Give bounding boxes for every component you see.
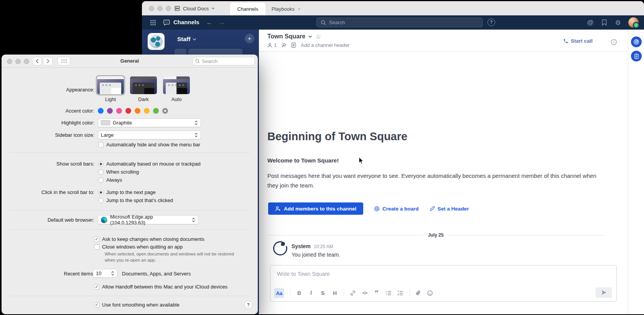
composer-placeholder[interactable]: Write to Town Square [277, 271, 330, 277]
sidebar-icon-size-popup[interactable]: Large [98, 131, 201, 139]
highlight-swatch [101, 120, 110, 125]
settings-gear-icon[interactable]: ⚙ [614, 15, 622, 30]
tab-playbooks[interactable]: Playbooks × [268, 3, 304, 15]
close-window-button[interactable] [149, 6, 154, 11]
auto-theme-thumbnail[interactable] [163, 76, 190, 94]
product-title: Channels [173, 19, 199, 25]
italic-icon[interactable]: I [308, 290, 314, 296]
search-icon [195, 59, 200, 63]
tab-channels[interactable]: Channels [230, 3, 265, 15]
recent-items-popup[interactable]: 10 [93, 269, 117, 278]
pinned-posts-icon[interactable] [281, 43, 287, 48]
channel-menu[interactable]: Town Square ☆ [267, 33, 321, 40]
strikethrough-icon[interactable]: S [320, 290, 326, 296]
scrollbar-always-label: Always [106, 177, 122, 183]
help-button[interactable]: ? [244, 301, 252, 309]
accent-yellow-swatch[interactable] [144, 108, 150, 114]
user-avatar[interactable]: ✓ [628, 17, 639, 28]
app-tab-bar: Cloud Docs Channels Playbooks × [142, 1, 644, 15]
set-header-button[interactable]: Set a Header [430, 206, 469, 212]
post-sender[interactable]: System [292, 243, 311, 249]
server-name: Cloud Docs [183, 6, 209, 12]
font-smoothing-row: ✓ Use font smoothing when available [94, 302, 180, 308]
light-theme-thumbnail[interactable] [97, 76, 124, 94]
link-icon[interactable] [350, 290, 356, 296]
heading-icon[interactable]: H [332, 290, 338, 296]
radio[interactable] [98, 169, 104, 175]
help-icon[interactable]: ? [488, 18, 495, 26]
appearance-option-light[interactable]: Light [97, 76, 124, 102]
saved-posts-icon[interactable] [600, 15, 608, 30]
channel-info-icon[interactable] [611, 39, 617, 45]
global-search-input[interactable]: Search [316, 18, 483, 27]
ask-keep-changes-label: Ask to keep changes when closing documen… [102, 236, 204, 242]
radio[interactable] [98, 198, 104, 203]
send-button[interactable] [596, 287, 612, 298]
product-switcher-icon[interactable] [149, 15, 157, 30]
accent-red-swatch[interactable] [125, 108, 131, 114]
boards-app-icon[interactable] [631, 36, 642, 47]
radio[interactable] [98, 177, 104, 183]
auto-label: Auto [163, 96, 190, 102]
minimize-window-button[interactable] [157, 6, 163, 11]
team-menu[interactable]: Staff [177, 36, 196, 43]
radio-selected[interactable] [98, 161, 104, 167]
accent-purple-swatch[interactable] [107, 108, 113, 114]
mouse-cursor [359, 157, 364, 165]
create-board-button[interactable]: Create a board [374, 206, 419, 212]
numbered-list-icon[interactable] [397, 290, 404, 296]
prefs-search-field[interactable]: Search [193, 57, 255, 65]
member-count[interactable]: 1 [267, 42, 277, 48]
checkbox[interactable] [94, 244, 99, 250]
code-icon[interactable]: <> [362, 290, 368, 296]
menu-bar-checkbox[interactable] [98, 142, 104, 148]
recent-items-value: 10 [96, 270, 108, 276]
accent-orange-swatch[interactable] [135, 108, 140, 114]
channel-files-icon[interactable] [291, 42, 296, 48]
radio-selected[interactable] [98, 190, 104, 195]
accent-green-swatch[interactable] [153, 108, 159, 114]
channel-subheader: 1 Add a channel header [267, 42, 349, 48]
message-composer[interactable]: Write to Town Square Aa B I S H <> “ [270, 265, 617, 302]
bold-icon[interactable]: B [296, 290, 302, 296]
appearance-option-dark[interactable]: Dark [130, 76, 157, 102]
default-browser-value: Microsoft Edge.app (104.0.1293.63) [110, 214, 189, 225]
favorite-star-icon[interactable]: ☆ [315, 33, 321, 40]
note-line-1: When selected, open documents and window… [105, 251, 234, 257]
show-formatting-icon[interactable]: Aa [274, 288, 284, 298]
add-channel-button[interactable]: + [245, 34, 254, 43]
accent-graphite-swatch-selected[interactable] [162, 108, 168, 114]
accent-blue-swatch[interactable] [98, 108, 104, 114]
quote-icon[interactable]: “ [374, 291, 380, 295]
channel-header-placeholder[interactable]: Add a channel header [301, 42, 349, 48]
accent-pink-swatch[interactable] [116, 108, 122, 114]
menu-bar-option-row: Automatically hide and show the menu bar [98, 142, 200, 148]
server-selector[interactable]: Cloud Docs [174, 4, 215, 13]
dark-theme-thumbnail[interactable] [130, 76, 157, 94]
appearance-option-auto[interactable]: Auto [163, 76, 190, 102]
history-back-icon[interactable]: ← [206, 15, 213, 30]
highlight-color-popup[interactable]: Graphite [98, 118, 201, 127]
team-icon[interactable] [148, 33, 165, 50]
mentions-icon[interactable]: @ [586, 15, 595, 30]
checkbox-checked[interactable]: ✓ [94, 284, 99, 290]
history-forward-icon[interactable]: → [218, 15, 226, 30]
emoji-icon[interactable] [427, 290, 433, 296]
add-members-button[interactable]: Add members to this channel [268, 202, 363, 215]
checkbox-checked[interactable]: ✓ [94, 237, 99, 242]
close-tab-icon[interactable]: × [298, 6, 301, 12]
post-timestamp[interactable]: 10:20 AM [314, 244, 333, 249]
scroll-click-label: Click in the scroll bar to: [2, 189, 94, 195]
mattermost-logo-icon [273, 241, 287, 255]
light-label: Light [97, 96, 124, 102]
zoom-window-button[interactable] [166, 6, 171, 11]
start-call-button[interactable]: Start call [563, 38, 593, 44]
create-board-label: Create a board [382, 206, 419, 212]
toolbar-divider [344, 289, 344, 297]
checkbox-checked[interactable]: ✓ [94, 302, 99, 308]
divider-date[interactable]: July 25 [428, 232, 444, 238]
attachment-icon[interactable] [415, 290, 421, 296]
default-browser-popup[interactable]: Microsoft Edge.app (104.0.1293.63) [98, 215, 198, 224]
bulleted-list-icon[interactable] [385, 290, 392, 296]
playbooks-app-icon[interactable] [631, 51, 642, 61]
